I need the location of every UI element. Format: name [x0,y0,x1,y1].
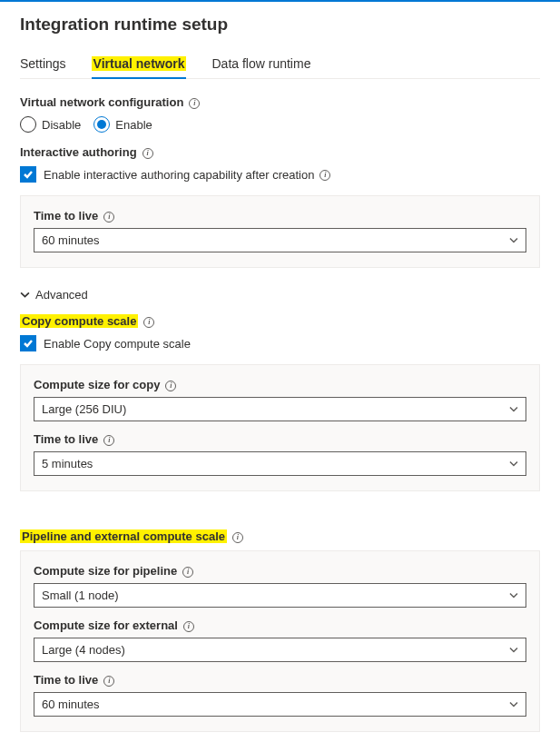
copy-ttl-label-text: Time to live [34,432,98,446]
checkbox-interactive-authoring[interactable] [20,166,36,183]
info-icon[interactable] [319,170,330,181]
interactive-checkbox-label-wrap: Enable interactive authoring capability … [44,168,330,182]
check-icon [23,338,34,349]
radio-disable-label: Disable [42,118,81,132]
vnet-config-label: Virtual network configuration [20,95,540,109]
info-icon[interactable] [232,532,243,543]
chevron-down-icon [509,233,518,247]
tab-bar: Settings Virtual network Data flow runti… [20,51,540,79]
check-icon [23,169,34,180]
copy-ttl-label: Time to live [34,432,526,446]
interactive-panel: Time to live 60 minutes [20,195,540,268]
chevron-down-icon [20,290,30,300]
info-icon[interactable] [103,435,114,446]
radio-enable-label: Enable [115,118,152,132]
radio-circle-icon [93,116,110,133]
interactive-ttl-label-text: Time to live [34,209,98,223]
tab-virtual-network-label: Virtual network [92,56,187,71]
copy-ttl-select[interactable]: 5 minutes [34,451,526,476]
radio-disable[interactable]: Disable [20,116,81,133]
copy-compute-scale-heading-text: Copy compute scale [20,314,138,328]
copy-compute-scale-heading: Copy compute scale [20,314,154,328]
vnet-config-radio-group: Disable Enable [20,116,540,133]
interactive-ttl-select[interactable]: 60 minutes [34,228,526,252]
pipeline-compute-panel: Compute size for pipeline Small (1 node)… [20,550,540,732]
pipeline-ttl-value: 60 minutes [42,698,100,711]
pipeline-compute-size-label-text: Compute size for pipeline [34,564,177,578]
page-container: Integration runtime setup Settings Virtu… [0,2,560,752]
external-compute-size-value: Large (4 nodes) [42,643,125,657]
pipeline-compute-size-select[interactable]: Small (1 node) [34,583,526,608]
advanced-label: Advanced [35,288,88,302]
chevron-down-icon [509,589,518,602]
radio-dot-icon [97,120,106,129]
info-icon[interactable] [103,676,114,687]
info-icon[interactable] [143,317,154,328]
external-compute-size-label-text: Compute size for external [34,618,178,632]
info-icon[interactable] [182,567,193,578]
chevron-down-icon [509,643,518,657]
pipeline-ttl-label: Time to live [34,673,526,687]
info-icon[interactable] [165,381,176,391]
interactive-checkbox-label: Enable interactive authoring capability … [44,168,314,182]
pipeline-compute-scale-heading-text: Pipeline and external compute scale [20,529,227,543]
checkbox-copy-compute-scale[interactable] [20,335,36,351]
chevron-down-icon [509,698,518,711]
chevron-down-icon [509,402,518,416]
chevron-down-icon [509,457,518,470]
radio-circle-icon [20,116,36,133]
pipeline-ttl-select[interactable]: 60 minutes [34,692,526,717]
copy-compute-checkbox-label: Enable Copy compute scale [44,337,191,351]
info-icon[interactable] [189,98,200,109]
radio-enable[interactable]: Enable [93,116,152,133]
copy-compute-panel: Compute size for copy Large (256 DIU) Ti… [20,364,540,491]
external-compute-size-label: Compute size for external [34,618,526,632]
info-icon[interactable] [103,212,114,223]
interactive-authoring-label: Interactive authoring [20,145,540,159]
interactive-authoring-checkbox-row: Enable interactive authoring capability … [20,166,540,183]
info-icon[interactable] [142,148,153,159]
interactive-ttl-label: Time to live [34,209,526,223]
tab-settings[interactable]: Settings [20,51,66,78]
pipeline-compute-size-value: Small (1 node) [42,589,119,602]
interactive-ttl-value: 60 minutes [42,233,100,247]
tab-dataflow-runtime[interactable]: Data flow runtime [211,51,310,78]
copy-compute-size-value: Large (256 DIU) [42,402,126,416]
advanced-toggle[interactable]: Advanced [20,288,540,302]
pipeline-compute-size-label: Compute size for pipeline [34,564,526,578]
copy-compute-size-label-text: Compute size for copy [34,378,160,391]
pipeline-ttl-label-text: Time to live [34,673,98,687]
tab-virtual-network[interactable]: Virtual network [92,51,187,78]
info-icon[interactable] [183,621,194,632]
external-compute-size-select[interactable]: Large (4 nodes) [34,638,526,662]
interactive-authoring-label-text: Interactive authoring [20,145,137,159]
copy-compute-size-label: Compute size for copy [34,378,526,391]
vnet-config-label-text: Virtual network configuration [20,95,183,109]
copy-compute-scale-checkbox-row: Enable Copy compute scale [20,335,540,351]
copy-compute-size-select[interactable]: Large (256 DIU) [34,397,526,421]
pipeline-compute-scale-heading: Pipeline and external compute scale [20,529,243,543]
copy-ttl-value: 5 minutes [42,457,93,470]
page-title: Integration runtime setup [20,15,540,35]
